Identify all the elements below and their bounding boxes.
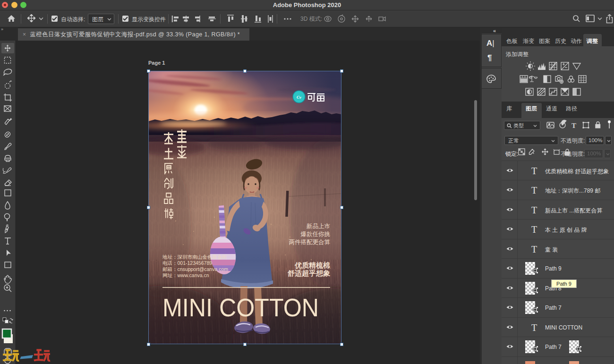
svg-text:新品上市: 新品上市 <box>307 223 330 229</box>
svg-text:T: T <box>571 122 576 129</box>
svg-text:舒适超乎想象: 舒适超乎想象 <box>287 269 331 277</box>
svg-text:MINI COTTON: MINI COTTON <box>162 293 319 322</box>
svg-text:优质精梳棉: 优质精梳棉 <box>294 261 330 269</box>
svg-text:3D 模式:: 3D 模式: <box>300 16 322 22</box>
svg-text:电话：001-123456789: 电话：001-123456789 <box>162 260 212 266</box>
svg-text:Cv: Cv <box>297 95 302 100</box>
svg-text:网址：www.canva.cn: 网址：www.canva.cn <box>162 272 209 278</box>
svg-text:两件搭配更合算: 两件搭配更合算 <box>289 239 331 245</box>
svg-text:邮箱：cnsupport@canva.com: 邮箱：cnsupport@canva.com <box>162 266 228 272</box>
svg-text:地址：深圳市南山金色商业街: 地址：深圳市南山金色商业街 <box>162 254 227 260</box>
svg-text:爆款任你挑: 爆款任你挑 <box>301 231 331 237</box>
